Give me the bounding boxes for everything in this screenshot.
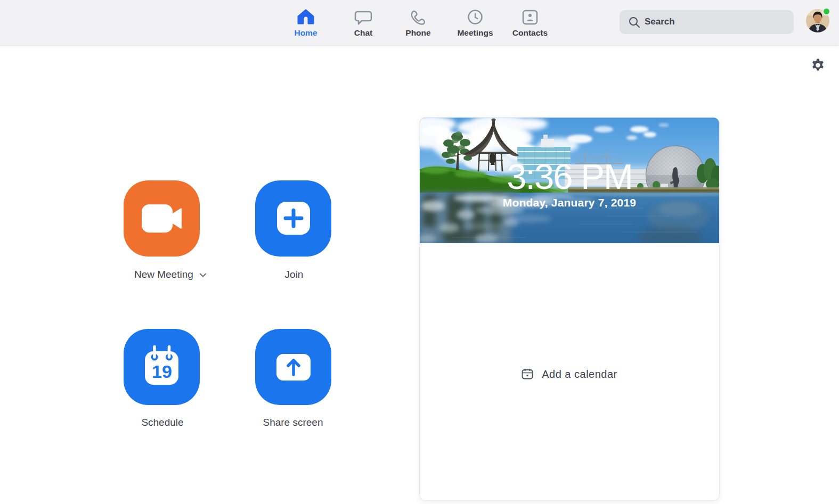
svg-text:19: 19	[152, 361, 172, 382]
